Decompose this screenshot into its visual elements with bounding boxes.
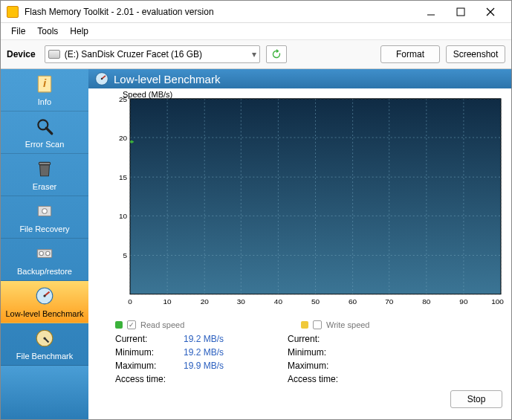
sidebar-item-label: File Recovery	[19, 224, 69, 233]
gauge-icon	[35, 285, 54, 306]
svg-text:5: 5	[123, 252, 127, 260]
svg-text:90: 90	[459, 297, 468, 306]
legend-read-label: Read speed	[140, 320, 184, 329]
maximize-button[interactable]	[446, 1, 476, 23]
sidebar-item-backup-restore[interactable]: Backup/restore	[1, 239, 88, 281]
menu-file[interactable]: File	[5, 26, 31, 36]
device-selected-text: (E:) SanDisk Cruzer Facet (16 GB)	[65, 49, 202, 59]
sidebar-item-label: Backup/restore	[17, 267, 72, 276]
sidebar-item-label: Low-level Benchmark	[5, 309, 83, 318]
svg-point-19	[43, 337, 45, 339]
svg-text:20: 20	[201, 297, 210, 306]
sidebar: i Info Error Scan Eraser File Recovery B…	[1, 69, 88, 420]
svg-rect-1	[457, 8, 464, 16]
recovery-icon	[35, 201, 54, 222]
svg-text:70: 70	[385, 297, 394, 306]
chart: 25 20 15 10 5 0 10 20 30 40 50 60	[117, 94, 504, 316]
label-access: Access time:	[115, 374, 184, 387]
close-button[interactable]	[476, 1, 505, 23]
label-current: Current:	[115, 334, 184, 347]
panel-title-text: Low-level Benchmark	[114, 73, 220, 85]
svg-text:40: 40	[274, 297, 283, 306]
svg-text:10: 10	[119, 212, 128, 220]
svg-text:25: 25	[119, 95, 128, 103]
label-minimum-w: Minimum:	[288, 347, 356, 361]
swatch-write	[301, 321, 308, 329]
stop-button[interactable]: Stop	[450, 390, 502, 408]
device-select[interactable]: (E:) SanDisk Cruzer Facet (16 GB) ▾	[45, 45, 260, 63]
write-checkbox[interactable]	[313, 320, 322, 329]
gauge-alt-icon	[35, 328, 54, 349]
trash-icon	[35, 158, 54, 179]
gauge-icon	[94, 71, 109, 86]
label-maximum-w: Maximum:	[288, 361, 356, 374]
svg-text:80: 80	[422, 297, 431, 306]
magnifier-icon	[35, 116, 54, 137]
svg-rect-8	[39, 162, 50, 164]
read-stats: Current:19.2 MB/s Minimum:19.2 MB/s Maxi…	[115, 334, 288, 387]
titlebar: Flash Memory Toolkit - 2.01 - evaluation…	[1, 1, 511, 23]
svg-point-16	[43, 294, 45, 297]
panel-title: Low-level Benchmark	[88, 69, 511, 88]
legend-write-label: Write speed	[326, 320, 370, 329]
sidebar-item-eraser[interactable]: Eraser	[1, 154, 88, 196]
svg-point-12	[39, 251, 43, 255]
sidebar-item-label: Eraser	[33, 182, 56, 191]
svg-text:0: 0	[128, 297, 132, 306]
label-minimum: Minimum:	[115, 347, 184, 361]
read-checkbox[interactable]: ✓	[127, 320, 136, 329]
sidebar-item-file-recovery[interactable]: File Recovery	[1, 196, 88, 239]
drive-icon	[48, 50, 60, 59]
window-title: Flash Memory Toolkit - 2.01 - evaluation…	[25, 7, 416, 17]
swatch-read	[115, 321, 123, 329]
sidebar-item-info[interactable]: i Info	[1, 69, 88, 112]
svg-point-10	[42, 209, 48, 214]
menu-help[interactable]: Help	[64, 26, 94, 36]
label-access-w: Access time:	[288, 374, 356, 387]
device-bar: Device (E:) SanDisk Cruzer Facet (16 GB)…	[1, 39, 511, 69]
svg-point-13	[46, 251, 50, 255]
read-minimum: 19.2 MB/s	[184, 347, 224, 361]
sidebar-item-label: Info	[38, 97, 51, 106]
svg-text:15: 15	[119, 173, 128, 181]
menu-tools[interactable]: Tools	[31, 26, 64, 36]
svg-text:10: 10	[163, 297, 172, 306]
read-current: 19.2 MB/s	[184, 334, 224, 347]
format-button[interactable]: Format	[380, 45, 440, 63]
menubar: File Tools Help	[1, 23, 511, 39]
svg-text:20: 20	[119, 134, 128, 142]
refresh-button[interactable]	[266, 45, 287, 63]
minimize-button[interactable]	[416, 1, 446, 23]
legend: ✓ Read speed Write speed	[88, 316, 511, 334]
svg-point-22	[101, 78, 103, 80]
chevron-down-icon: ▾	[252, 49, 256, 59]
sidebar-item-lowlevel-benchmark[interactable]: Low-level Benchmark	[1, 281, 88, 323]
sidebar-item-label: File Benchmark	[16, 352, 73, 361]
svg-line-7	[46, 128, 52, 134]
tape-icon	[35, 243, 54, 264]
sidebar-item-label: Error Scan	[25, 140, 65, 149]
content: Low-level Benchmark Speed (MB/s)	[88, 69, 511, 420]
svg-text:100%: 100%	[491, 297, 504, 306]
label-current-w: Current:	[288, 334, 356, 347]
info-icon: i	[35, 74, 54, 94]
stats: Current:19.2 MB/s Minimum:19.2 MB/s Maxi…	[88, 334, 511, 387]
sidebar-item-file-benchmark[interactable]: File Benchmark	[1, 323, 88, 366]
svg-text:30: 30	[237, 297, 246, 306]
label-maximum: Maximum:	[115, 361, 184, 374]
sidebar-item-error-scan[interactable]: Error Scan	[1, 112, 88, 154]
app-icon	[7, 6, 19, 18]
device-label: Device	[7, 49, 36, 59]
svg-text:50: 50	[311, 297, 320, 306]
read-maximum: 19.9 MB/s	[184, 361, 224, 374]
svg-text:60: 60	[349, 297, 357, 306]
screenshot-button[interactable]: Screenshot	[446, 45, 505, 63]
write-stats: Current: Minimum: Maximum: Access time:	[288, 334, 460, 387]
